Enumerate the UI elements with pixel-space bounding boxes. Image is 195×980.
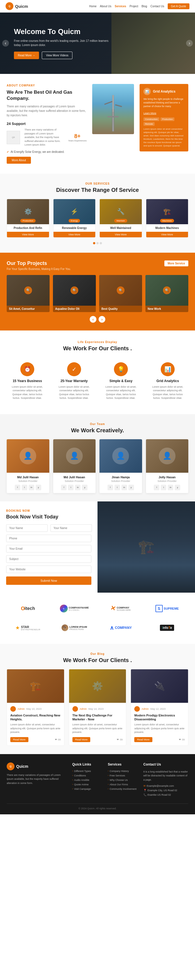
service-card-1[interactable]: ⚙️ Production Production And Refin View …: [7, 199, 49, 238]
nav-blog[interactable]: Blog: [141, 5, 147, 8]
analytics-body: Lorem Ipsum dolor sit amet consectetur a…: [143, 127, 184, 148]
check-icon: ✔: [7, 150, 9, 153]
service-card-4[interactable]: 🏗️ Machines Modern Machines View More: [146, 199, 189, 238]
service-img-4: 🏗️ Machines: [146, 199, 188, 224]
service-card-2[interactable]: ⚡ Energy Renewable Energy View More: [53, 199, 96, 238]
service-btn-4[interactable]: View More: [146, 232, 188, 237]
client-card-text-1: Lorem ipsum dolor sit amet, consectetur …: [10, 385, 45, 400]
team-social-yt-2[interactable]: y: [82, 485, 87, 490]
project-card-4[interactable]: 🔍 New Work: [146, 275, 188, 312]
team-name-1: Md Julil Hasan: [9, 476, 47, 479]
footer-link-5[interactable]: › Visit Campaign: [72, 788, 102, 791]
team-social-fb-2[interactable]: f: [61, 485, 67, 490]
team-social-tw-3[interactable]: t: [114, 485, 120, 490]
footer-svc-1[interactable]: › Company History: [108, 770, 138, 773]
clients-grid: ⏰ 15 Years Business Lorem ipsum dolor si…: [7, 358, 188, 404]
footer-svc-2[interactable]: › Free Services: [108, 774, 138, 777]
nav-about[interactable]: About Us: [100, 5, 111, 8]
service-card-3[interactable]: 🔧 Maintain Well Maintained View More: [100, 199, 142, 238]
cta-button[interactable]: Get A Quote: [168, 3, 189, 9]
footer-services: Services › Company History › Free Servic…: [108, 762, 138, 798]
project-card-3[interactable]: 🔍 Best Quality: [99, 275, 142, 312]
footer-svc-5[interactable]: › Community Involvement: [108, 788, 138, 791]
projects-arrow-right[interactable]: ›: [98, 316, 105, 323]
footer-svc-4[interactable]: › About Our Firms: [108, 783, 138, 786]
services-grid: ⚙️ Production Production And Refin View …: [7, 199, 188, 238]
client-card-title-3: Simple & Easy: [103, 379, 139, 383]
blog-author-1: Admin: [17, 708, 25, 710]
blog-read-more-2[interactable]: Read More: [73, 737, 90, 742]
dot-1[interactable]: [93, 242, 95, 244]
team-social-in-3[interactable]: in: [122, 485, 127, 490]
footer-link-2[interactable]: › Conditions: [72, 774, 102, 777]
team-social-in-2[interactable]: in: [75, 485, 81, 490]
footer-desc: There are many variations of passages of…: [7, 773, 67, 785]
hero-arrow-left[interactable]: ‹: [2, 40, 9, 46]
hero-arrow-right[interactable]: ›: [186, 40, 193, 46]
logo-text: Quicm: [15, 4, 28, 9]
project-icon-3: 🔍: [117, 286, 125, 294]
team-social-tw-4[interactable]: t: [161, 485, 166, 490]
service-btn-2[interactable]: View More: [54, 232, 95, 237]
team-social-tw-2[interactable]: t: [68, 485, 73, 490]
dot-2[interactable]: [97, 242, 98, 244]
dot-3[interactable]: [100, 242, 102, 244]
service-btn-1[interactable]: View More: [7, 232, 49, 237]
projects-arrow-left[interactable]: ‹: [90, 316, 97, 323]
service-name-2: Renewable Energy: [54, 224, 95, 232]
footer-logo-icon: Q: [7, 762, 14, 770]
nav-contact[interactable]: Contact Us: [151, 5, 164, 8]
service-icon-badge-2: Energy: [68, 219, 80, 223]
website-input[interactable]: [6, 566, 91, 573]
projects-more-btn[interactable]: More Service: [164, 261, 188, 266]
nav-home[interactable]: Home: [89, 5, 97, 8]
client-feature-3: 💡 Simple & Easy Lorem ipsum dolor sit am…: [100, 358, 141, 404]
project-icon-4: 🔍: [163, 286, 171, 294]
email-input[interactable]: [6, 545, 91, 552]
team-social-tw-1[interactable]: t: [22, 485, 27, 490]
team-social-yt-4[interactable]: y: [175, 485, 180, 490]
footer-link-3[interactable]: › Audio Ansible: [72, 779, 102, 781]
hero-read-more-btn[interactable]: Read More →: [14, 52, 39, 59]
team-card-2: 👤 Md Julil Hasan Solution Provider f t i…: [53, 439, 96, 493]
booking-form-side: BOOKING NOW Book Now Visit Today Submit …: [0, 501, 97, 593]
team-social-in-4[interactable]: in: [168, 485, 173, 490]
team-social-fb-3[interactable]: f: [108, 485, 113, 490]
first-name-input[interactable]: [6, 524, 48, 532]
team-card-3: 👤 Jinan Hamja Solution Provider f t in y: [100, 439, 142, 493]
blog-read-more-3[interactable]: Read More: [134, 737, 152, 742]
blog-post-text-1: Lorem ipsum dolor sit amet, consectetur …: [10, 723, 61, 734]
team-social-in-1[interactable]: in: [29, 485, 34, 490]
clients-title: We Work For Our Clients .: [7, 345, 188, 352]
blog-post-title-1: Aviation Construct, Reaching New Heights…: [10, 713, 61, 721]
footer-bottom: © 2024 Quicm. All rights reserved.: [7, 803, 188, 810]
clients-label: Life Experiences Display: [7, 340, 188, 344]
footer-link-1[interactable]: › Different Types: [72, 770, 102, 773]
years-number: 8+: [68, 133, 87, 140]
nav-services[interactable]: Services: [115, 5, 126, 8]
footer-contact-email: ✉ Example@example.com: [143, 784, 188, 787]
team-role-4: Solution Provider: [148, 480, 186, 482]
blog-post-title-2: The Next Big Challenge For Marketer - No…: [73, 713, 123, 721]
blog-author-3: Admin: [141, 708, 149, 710]
about-more-btn[interactable]: More About: [7, 157, 31, 164]
logo[interactable]: Q Quicm: [6, 2, 28, 10]
phone-input[interactable]: [6, 535, 91, 542]
project-card-1[interactable]: 🔍 Sit Amet, Consettur: [7, 275, 49, 312]
blog-read-more-1[interactable]: Read More: [10, 737, 29, 742]
hero-view-videos-btn[interactable]: View More Videos: [42, 52, 73, 59]
submit-btn[interactable]: Submit Now: [6, 576, 91, 585]
project-card-2[interactable]: 🔍 Aqualine Dolor Oli: [53, 275, 96, 312]
footer-link-4[interactable]: › Quote Anime: [72, 783, 102, 786]
service-btn-3[interactable]: View More: [100, 232, 142, 237]
team-social-yt-1[interactable]: y: [36, 485, 41, 490]
analytics-learn-more[interactable]: Learn More: [143, 112, 156, 115]
footer-svc-3[interactable]: › Why Choose Us: [108, 779, 138, 781]
subject-input[interactable]: [6, 555, 91, 563]
team-social-fb-1[interactable]: f: [15, 485, 20, 490]
team-social-yt-3[interactable]: y: [128, 485, 134, 490]
team-social-fb-4[interactable]: f: [154, 485, 159, 490]
nav-project[interactable]: Project: [130, 5, 138, 8]
team-img-1: 👤: [7, 439, 49, 473]
last-name-input[interactable]: [51, 524, 92, 532]
